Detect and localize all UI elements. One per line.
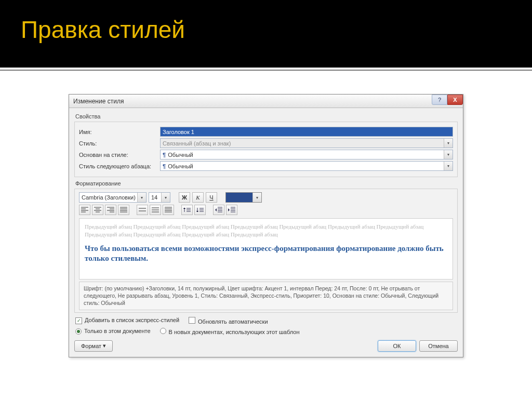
cancel-button[interactable]: Отмена xyxy=(419,340,458,352)
indent-decrease-button[interactable] xyxy=(213,205,224,215)
chevron-down-icon[interactable]: ▾ xyxy=(137,193,146,202)
chevron-down-icon[interactable]: ▾ xyxy=(161,193,170,202)
dialog-title: Изменение стиля xyxy=(73,98,124,105)
chevron-down-icon[interactable]: ▾ xyxy=(444,162,453,170)
bold-button[interactable]: Ж xyxy=(179,192,190,203)
font-toolbar: Cambria (Заголовки) ▾ 14 ▾ Ж К Ч ▾ xyxy=(79,192,453,203)
align-right-button[interactable] xyxy=(105,205,116,215)
ok-button[interactable]: ОК xyxy=(378,340,416,352)
label-next: Стиль следующего абзаца: xyxy=(79,163,157,169)
dialog-footer: Формат ▾ ОК Отмена xyxy=(74,340,458,352)
align-center-button[interactable] xyxy=(92,205,103,215)
label-name: Имя: xyxy=(79,129,157,135)
slide-title-bar: Правка стилей xyxy=(0,0,532,68)
name-input[interactable]: Заголовок 1 xyxy=(160,127,453,137)
next-value: Обычный xyxy=(168,163,193,169)
pilcrow-icon: ¶ xyxy=(163,152,166,158)
this-doc-radio[interactable]: Только в этом документе xyxy=(75,328,151,335)
align-left-button[interactable] xyxy=(79,205,90,215)
add-express-label: Добавить в список экспресс-стилей xyxy=(85,317,179,323)
chevron-down-icon[interactable]: ▾ xyxy=(252,193,261,202)
modify-style-dialog: Изменение стиля ? X Свойства Имя: Заголо… xyxy=(69,94,463,357)
spacing-1_5-button[interactable] xyxy=(150,205,161,215)
font-color-select[interactable]: ▾ xyxy=(225,192,262,203)
format-button[interactable]: Формат ▾ xyxy=(74,340,113,352)
font-family-select[interactable]: Cambria (Заголовки) ▾ xyxy=(79,192,147,203)
font-size-select[interactable]: 14 ▾ xyxy=(149,192,170,203)
this-doc-label: Только в этом документе xyxy=(84,328,151,334)
close-button[interactable]: X xyxy=(447,95,463,105)
align-justify-button[interactable] xyxy=(118,205,129,215)
chevron-down-icon[interactable]: ▾ xyxy=(444,150,453,159)
slide-title: Правка стилей xyxy=(21,16,511,44)
spacing-1-button[interactable] xyxy=(137,205,148,215)
italic-button[interactable]: К xyxy=(192,192,204,203)
preview-context-text: Предыдущий абзац Предыдущий абзац Предыд… xyxy=(85,223,447,238)
help-button[interactable]: ? xyxy=(432,95,447,105)
label-styletype: Стиль: xyxy=(79,140,157,147)
indent-increase-button[interactable] xyxy=(226,205,237,215)
styletype-value: Связанный (абзац и знак) xyxy=(163,140,231,147)
paragraph-toolbar xyxy=(79,205,453,215)
space-before-inc-button[interactable] xyxy=(181,205,193,215)
slide-body: Изменение стиля ? X Свойства Имя: Заголо… xyxy=(0,71,532,357)
auto-update-checkbox[interactable]: Обновлять автоматически xyxy=(189,317,268,325)
new-docs-label: В новых документах, использующих этот ша… xyxy=(169,329,300,335)
basedon-select[interactable]: ¶ Обычный ▾ xyxy=(160,150,453,159)
preview-sample-text: Что бы пользоваться всеми возможностями … xyxy=(85,244,447,264)
chevron-down-icon: ▾ xyxy=(444,139,453,148)
style-preview: Предыдущий абзац Предыдущий абзац Предыд… xyxy=(79,218,453,280)
dialog-titlebar: Изменение стиля ? X xyxy=(69,95,463,108)
auto-update-label: Обновлять автоматически xyxy=(198,318,268,325)
formatting-group: Cambria (Заголовки) ▾ 14 ▾ Ж К Ч ▾ xyxy=(74,189,458,313)
spacing-2-button[interactable] xyxy=(163,205,174,215)
properties-section-label: Свойства xyxy=(75,113,458,119)
space-before-dec-button[interactable] xyxy=(194,205,206,215)
properties-group: Имя: Заголовок 1 Стиль: Связанный (абзац… xyxy=(74,122,458,177)
new-docs-radio[interactable]: В новых документах, использующих этот ша… xyxy=(160,328,300,335)
styletype-select: Связанный (абзац и знак) ▾ xyxy=(160,138,453,148)
underline-button[interactable]: Ч xyxy=(206,192,217,203)
font-size-value: 14 xyxy=(151,194,157,201)
label-basedon: Основан на стиле: xyxy=(79,152,157,158)
next-select[interactable]: ¶ Обычный ▾ xyxy=(160,161,453,171)
options-group: ✓Добавить в список экспресс-стилей Обнов… xyxy=(75,317,458,335)
add-express-checkbox[interactable]: ✓Добавить в список экспресс-стилей xyxy=(75,317,179,324)
pilcrow-icon: ¶ xyxy=(163,163,166,169)
formatting-section-label: Форматирование xyxy=(75,180,458,187)
style-description: Шрифт: (по умолчанию) +Заголовки, 14 пт,… xyxy=(79,282,453,310)
font-family-value: Cambria (Заголовки) xyxy=(82,194,136,201)
basedon-value: Обычный xyxy=(168,152,193,158)
